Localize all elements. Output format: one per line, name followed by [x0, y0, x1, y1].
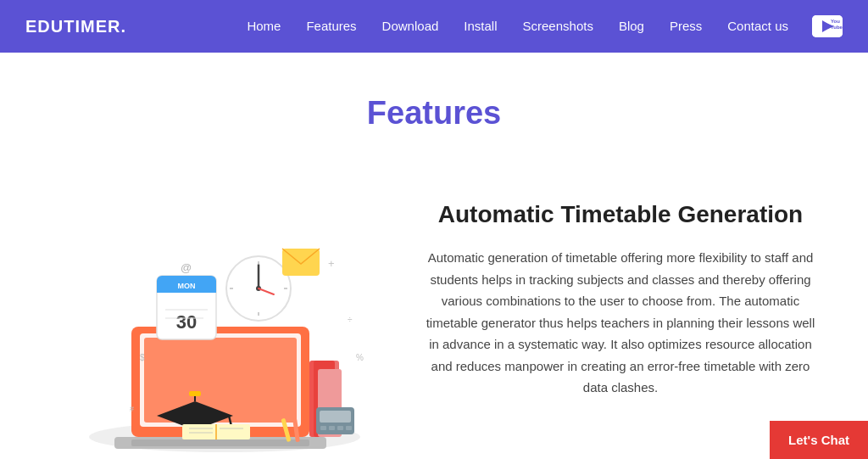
feature-title: Automatic Timetable Generation: [424, 199, 817, 230]
feature-illustration: 30 MON: [55, 191, 369, 459]
nav-link-screenshots[interactable]: Screenshots: [523, 19, 593, 33]
youtube-icon[interactable]: You Tube: [812, 15, 843, 37]
nav-item-blog[interactable]: Blog: [619, 19, 644, 34]
feature-text-area: Automatic Timetable Generation Automatic…: [424, 182, 817, 399]
svg-text:@: @: [181, 261, 192, 274]
nav-item-features[interactable]: Features: [306, 19, 356, 34]
svg-rect-43: [320, 426, 326, 430]
page-title-section: Features: [0, 53, 868, 157]
svg-rect-44: [329, 426, 335, 430]
page-title: Features: [17, 95, 851, 132]
feature-description: Automatic generation of timetable offeri…: [424, 247, 817, 399]
nav-item-press[interactable]: Press: [670, 19, 702, 34]
brand-logo[interactable]: EDUTIMER.: [25, 17, 126, 36]
svg-rect-9: [131, 439, 309, 446]
navbar: EDUTIMER. Home Features Download Install…: [0, 0, 868, 53]
nav-link-blog[interactable]: Blog: [619, 19, 644, 33]
svg-rect-35: [189, 391, 201, 396]
svg-text:÷: ÷: [348, 315, 353, 324]
nav-link-features[interactable]: Features: [306, 19, 356, 33]
svg-text:Tube: Tube: [831, 25, 843, 30]
svg-rect-7: [144, 338, 297, 423]
nav-link-install[interactable]: Install: [464, 19, 497, 33]
svg-text:30: 30: [176, 311, 197, 333]
svg-rect-42: [320, 411, 351, 423]
svg-text:You: You: [831, 19, 840, 24]
svg-text:$: $: [140, 353, 145, 362]
svg-rect-45: [337, 426, 343, 430]
svg-text:%: %: [356, 353, 364, 362]
nav-link-home[interactable]: Home: [247, 19, 281, 33]
svg-rect-46: [346, 426, 352, 430]
brand-name: EDUTIMER: [25, 17, 120, 36]
nav-link-press[interactable]: Press: [670, 19, 702, 33]
feature-illustration-area: 30 MON: [51, 182, 373, 459]
svg-text:#: #: [130, 405, 134, 413]
nav-link-contact[interactable]: Contact us: [727, 19, 788, 33]
nav-link-download[interactable]: Download: [382, 19, 439, 33]
svg-text:+: +: [328, 257, 335, 270]
svg-text:MON: MON: [178, 282, 196, 290]
brand-dot: .: [120, 17, 126, 36]
nav-item-install[interactable]: Install: [464, 19, 497, 34]
youtube-svg: You Tube: [812, 15, 843, 37]
nav-menu: Home Features Download Install Screensho…: [247, 19, 788, 34]
chat-button[interactable]: Let's Chat: [770, 421, 868, 459]
feature-section: 30 MON: [0, 157, 868, 459]
nav-item-screenshots[interactable]: Screenshots: [523, 19, 593, 34]
nav-item-contact[interactable]: Contact us: [727, 19, 788, 34]
nav-item-download[interactable]: Download: [382, 19, 439, 34]
nav-item-home[interactable]: Home: [247, 19, 281, 34]
